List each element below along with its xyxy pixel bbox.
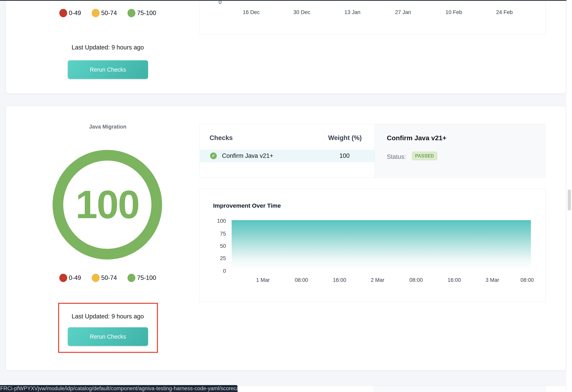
- link-status-bar: FRCi-pfWPYXVjvw/module/idp/catalog/defau…: [0, 385, 238, 392]
- axis-tick-label: 1 Mar: [256, 277, 270, 283]
- improvement-y-axis: 1007550250: [208, 189, 226, 302]
- axis-tick-label: 16:00: [333, 277, 346, 283]
- legend-label: 50-74: [101, 10, 117, 16]
- top-cropped-bar: [0, 0, 572, 1]
- check-detail-panel: Confirm Java v21+ Status: PASSED: [375, 124, 545, 177]
- history-x-axis: 16 Dec30 Dec13 Jan27 Jan10 Feb24 Feb: [200, 9, 546, 16]
- legend-dot-icon: [59, 274, 67, 282]
- check-detail-title: Confirm Java v21+: [387, 134, 446, 142]
- axis-tick-label: 08:00: [295, 277, 308, 283]
- checks-column-header: Checks: [209, 134, 233, 142]
- score-range-legend: 0-4950-7475-100: [18, 272, 198, 283]
- legend-item: 50-74: [92, 9, 117, 17]
- score-gauge: 100: [52, 149, 163, 260]
- attention-highlight-box: [58, 303, 158, 353]
- rerun-checks-button[interactable]: Rerun Checks: [68, 60, 148, 79]
- legend-dot-icon: [127, 9, 135, 17]
- legend-item: 75-100: [127, 9, 156, 17]
- next-card-detail-panel: [374, 386, 545, 392]
- legend-label: 50-74: [101, 274, 117, 281]
- history-y-tick-0: 0: [214, 0, 222, 5]
- legend-label: 0-49: [69, 274, 81, 281]
- axis-tick-label: 75: [220, 231, 226, 237]
- legend-label: 0-49: [69, 10, 81, 16]
- legend-item: 50-74: [92, 274, 117, 282]
- axis-tick-label: 25: [220, 255, 226, 261]
- check-name: Confirm Java v21+: [222, 152, 273, 159]
- axis-tick-label: 10 Feb: [445, 9, 462, 16]
- axis-tick-label: 27 Jan: [395, 9, 411, 16]
- legend-label: 75-100: [137, 10, 156, 16]
- improvement-area-series: [232, 220, 531, 269]
- axis-tick-label: 100: [217, 218, 226, 224]
- legend-item: 0-49: [59, 274, 81, 282]
- axis-tick-label: 2 Mar: [371, 277, 384, 283]
- scrollbar-thumb[interactable]: [568, 189, 571, 211]
- axis-tick-label: 3 Mar: [485, 277, 499, 283]
- axis-tick-label: 16:00: [447, 277, 461, 283]
- legend-dot-icon: [92, 274, 100, 282]
- legend-dot-icon: [92, 9, 100, 17]
- axis-tick-label: 50: [220, 243, 226, 249]
- legend-item: 75-100: [127, 274, 156, 282]
- axis-tick-label: 0: [223, 268, 226, 274]
- score-history-chart: 0 16 Dec30 Dec13 Jan27 Jan10 Feb24 Feb: [200, 0, 545, 34]
- last-updated-text: Last Updated: 9 hours ago: [18, 44, 198, 51]
- axis-tick-label: 24 Feb: [496, 9, 513, 16]
- table-header-divider: [200, 147, 375, 147]
- legend-dot-icon: [59, 9, 67, 17]
- scorecard-title: Java Migration: [18, 124, 198, 130]
- improvement-x-axis: 1 Mar08:0016:002 Mar08:0016:003 Mar08:00: [200, 277, 546, 284]
- legend-label: 75-100: [137, 274, 156, 281]
- axis-tick-label: 08:00: [520, 277, 534, 283]
- axis-tick-label: 16 Dec: [243, 9, 260, 16]
- axis-tick-label: 08:00: [409, 277, 423, 283]
- score-range-legend: 0-4950-7475-100: [18, 8, 198, 19]
- status-badge: PASSED: [412, 151, 437, 160]
- check-passed-icon: ✓: [210, 152, 217, 159]
- check-weight-value: 100: [325, 149, 364, 162]
- axis-tick-label: 13 Jan: [344, 9, 360, 16]
- status-label: Status:: [387, 153, 406, 160]
- score-value: 100: [76, 182, 139, 227]
- weight-column-header: Weight (%): [318, 134, 362, 142]
- legend-item: 0-49: [59, 9, 81, 17]
- legend-dot-icon: [127, 274, 135, 282]
- axis-tick-label: 30 Dec: [293, 9, 310, 16]
